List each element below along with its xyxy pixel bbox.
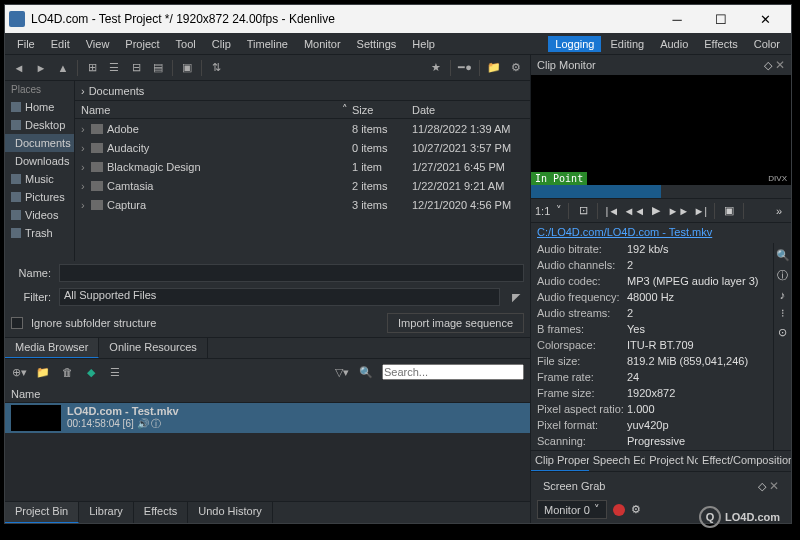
menu-tool[interactable]: Tool [168,38,204,50]
delete-icon[interactable]: 🗑 [59,364,75,380]
zoom-slider-icon[interactable]: ━● [457,60,473,76]
filter-icon[interactable]: ▽▾ [334,364,350,380]
menu-help[interactable]: Help [404,38,443,50]
info-icon[interactable]: ⓘ [777,268,788,283]
menu-monitor[interactable]: Monitor [296,38,349,50]
search-icon[interactable]: 🔍 [776,249,790,262]
audio-icon[interactable]: ♪ [780,289,786,301]
mode-effects[interactable]: Effects [697,36,744,52]
places-item-music[interactable]: Music [5,170,74,188]
property-row: Pixel aspect ratio:1.000 [531,403,791,419]
file-row[interactable]: ›Captura3 items12/21/2020 4:56 PM [75,195,530,214]
property-row: Audio channels:2 [531,259,791,275]
places-item-trash[interactable]: Trash [5,224,74,242]
zoom-label[interactable]: 1:1 [535,205,550,217]
file-row[interactable]: ›Camtasia2 items1/22/2021 9:21 AM [75,176,530,195]
timeline-ruler[interactable] [531,185,791,199]
file-row[interactable]: ›Blackmagic Design1 item1/27/2021 6:45 P… [75,157,530,176]
config-icon[interactable]: ⚙ [631,503,641,516]
add-clip-icon[interactable]: ⊕▾ [11,364,27,380]
back-icon[interactable]: ◄ [11,60,27,76]
up-icon[interactable]: ▲ [55,60,71,76]
mode-logging[interactable]: Logging [548,36,601,52]
places-item-desktop[interactable]: Desktop [5,116,74,134]
search-input[interactable] [382,364,524,380]
mode-color[interactable]: Color [747,36,787,52]
col-size[interactable]: Size [352,104,412,116]
close-panel-icon[interactable]: ✕ [775,58,785,72]
bookmark-icon[interactable]: ★ [428,60,444,76]
tab-project-notes[interactable]: Project No... [645,451,698,471]
file-row[interactable]: ›Adobe8 items11/28/2022 1:39 AM [75,119,530,138]
places-item-videos[interactable]: Videos [5,206,74,224]
new-folder-icon[interactable]: 📁 [486,60,502,76]
tab-project-bin[interactable]: Project Bin [5,502,79,523]
clip-path-link[interactable]: C:/LO4D.com/LO4D.com - Test.mkv [531,223,791,243]
skip-end-icon[interactable]: ►| [692,203,708,219]
tab-effects[interactable]: Effects [134,502,188,523]
undock-icon[interactable]: ◇ [758,480,766,492]
bin-clip-row[interactable]: LO4D.com - Test.mkv 00:14:58:04 [6] 🔊 ⓘ [5,403,530,433]
view-icons-icon[interactable]: ⊞ [84,60,100,76]
col-date[interactable]: Date [412,104,530,116]
menu-project[interactable]: Project [117,38,167,50]
menu-settings[interactable]: Settings [349,38,405,50]
forward-icon[interactable]: ► [33,60,49,76]
folder-icon[interactable]: 📁 [35,364,51,380]
tag-icon[interactable]: ◆ [83,364,99,380]
tab-effect-stack[interactable]: Effect/Composition St... [698,451,791,471]
filter-input[interactable]: All Supported Files [59,288,500,306]
menu-file[interactable]: File [9,38,43,50]
monitor-select[interactable]: Monitor 0˅ [537,500,607,519]
record-button[interactable] [613,504,625,516]
places-item-home[interactable]: Home [5,98,74,116]
name-input[interactable] [59,264,524,282]
view-list-icon[interactable]: ☰ [106,60,122,76]
analysis-icon[interactable]: ⊙ [778,326,787,339]
bin-header[interactable]: Name [5,385,530,403]
tab-online-resources[interactable]: Online Resources [99,338,207,358]
menu-timeline[interactable]: Timeline [239,38,296,50]
mode-audio[interactable]: Audio [653,36,695,52]
sort-icon[interactable]: ⇅ [208,60,224,76]
places-item-downloads[interactable]: Downloads [5,152,74,170]
import-sequence-button[interactable]: Import image sequence [387,313,524,333]
divx-badge: DIVX [768,174,787,183]
rewind-icon[interactable]: ◄◄ [626,203,642,219]
tab-clip-properties[interactable]: Clip Propert... [531,451,589,471]
preview-icon[interactable]: ▣ [179,60,195,76]
skip-start-icon[interactable]: |◄ [604,203,620,219]
view-tree-icon[interactable]: ⊟ [128,60,144,76]
more-icon[interactable]: » [771,203,787,219]
list-icon[interactable]: ☰ [107,364,123,380]
mark-in-icon[interactable]: ⊡ [575,203,591,219]
menu-clip[interactable]: Clip [204,38,239,50]
view-detail-icon[interactable]: ▤ [150,60,166,76]
tab-speech-editor[interactable]: Speech Edi... [589,451,645,471]
close-button[interactable]: ✕ [743,5,787,33]
settings-icon[interactable]: ⚙ [508,60,524,76]
mode-editing[interactable]: Editing [603,36,651,52]
marker-icon[interactable]: ⁝ [781,307,785,320]
tab-media-browser[interactable]: Media Browser [5,338,99,358]
places-item-pictures[interactable]: Pictures [5,188,74,206]
clip-monitor[interactable]: In Point DIVX [531,75,791,185]
file-row[interactable]: ›Audacity0 items10/27/2021 3:57 PM [75,138,530,157]
ignore-subfolder-checkbox[interactable] [11,317,23,329]
undock-icon[interactable]: ◇ [764,59,772,71]
menu-view[interactable]: View [78,38,118,50]
places-item-documents[interactable]: Documents [5,134,74,152]
menu-edit[interactable]: Edit [43,38,78,50]
close-panel-icon[interactable]: ✕ [769,479,779,493]
minimize-button[interactable]: ─ [655,5,699,33]
forward-icon[interactable]: ►► [670,203,686,219]
maximize-button[interactable]: ☐ [699,5,743,33]
tab-library[interactable]: Library [79,502,134,523]
edit-mode-icon[interactable]: ▣ [721,203,737,219]
tab-undo-history[interactable]: Undo History [188,502,273,523]
col-name[interactable]: Name [75,104,342,116]
clear-icon[interactable]: ◤ [508,289,524,305]
breadcrumb[interactable]: › Documents [75,81,530,101]
play-icon[interactable]: ▶ [648,203,664,219]
dropdown-icon[interactable]: ˅ [556,204,562,217]
